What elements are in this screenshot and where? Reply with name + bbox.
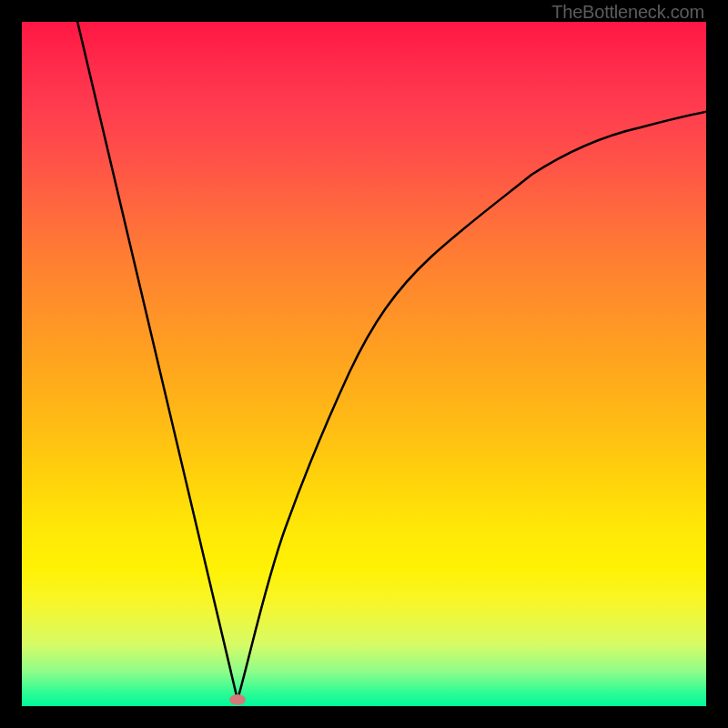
watermark-text: TheBottleneck.com xyxy=(551,2,704,23)
plot-area xyxy=(22,22,706,706)
minimum-marker xyxy=(229,694,246,705)
bottleneck-curve xyxy=(22,22,706,706)
curve-left-branch xyxy=(76,22,238,700)
curve-right-branch xyxy=(238,111,706,700)
